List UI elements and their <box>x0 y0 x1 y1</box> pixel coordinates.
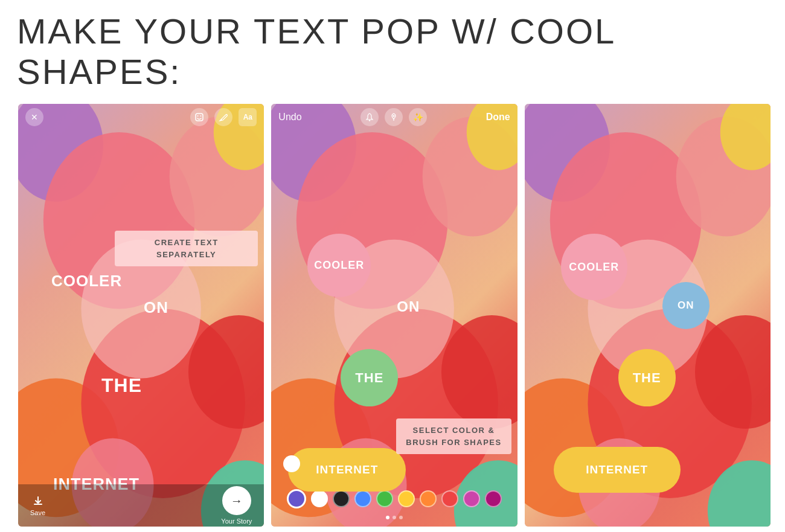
word-on-1: ON <box>144 298 168 317</box>
word-the-1: THE <box>101 374 142 397</box>
bubble-cooler-2: COOLER <box>307 234 371 297</box>
annotation-create-text: CREATE TEXT SEPARATELY <box>115 231 258 266</box>
page-title: MAKE YOUR TEXT POP W/ COOL SHAPES: <box>0 0 785 104</box>
bubble-internet-2: INTERNET <box>288 448 406 492</box>
sparkle-icon[interactable]: ✨ <box>409 108 427 126</box>
story-button[interactable]: → Your Story <box>221 486 252 525</box>
color-black[interactable] <box>333 490 350 507</box>
annotation-select-color: SELECT COLOR &BRUSH FOR SHAPES <box>396 418 511 454</box>
save-label: Save <box>30 509 45 516</box>
close-icon[interactable]: ✕ <box>25 108 43 126</box>
page-indicator <box>271 516 517 519</box>
bubble-on-3: ON <box>662 282 710 329</box>
sticker-icon[interactable] <box>190 108 208 126</box>
color-orange[interactable] <box>420 490 437 507</box>
panel-1: ✕ Aa CREATE TEXT SEPARATELY COOLER ON T <box>18 104 264 527</box>
bubble-the-3: THE <box>618 349 676 406</box>
color-palette <box>271 489 517 508</box>
panel2-top-bar: Undo ✨ Done <box>271 104 517 130</box>
done-button[interactable]: Done <box>486 112 510 123</box>
color-red[interactable] <box>441 490 458 507</box>
top-icons: Aa <box>190 108 257 126</box>
bubble-the-2: THE <box>341 349 398 406</box>
story-label: Your Story <box>221 518 252 525</box>
color-dark-pink[interactable] <box>485 490 502 507</box>
word-on-2: ON <box>397 298 420 315</box>
panel-2: Undo ✨ Done COOLER ON THE I <box>271 104 517 527</box>
draw-icon[interactable] <box>214 108 232 126</box>
bubble-cooler-3: COOLER <box>561 234 627 300</box>
svg-point-11 <box>197 115 199 117</box>
text-icon[interactable]: Aa <box>239 108 257 126</box>
arrow-icon[interactable]: → <box>222 486 251 515</box>
svg-point-25 <box>393 115 395 117</box>
top-icons-2: ✨ <box>360 108 427 126</box>
save-button[interactable]: Save <box>30 495 45 516</box>
page-wrapper: MAKE YOUR TEXT POP W/ COOL SHAPES: <box>0 0 785 532</box>
panel-3: COOLER ON THE INTERNET <box>525 104 771 527</box>
undo-button[interactable]: Undo <box>278 112 301 123</box>
word-cooler-1: COOLER <box>51 272 122 290</box>
color-pink[interactable] <box>463 490 480 507</box>
dot-1 <box>386 516 389 519</box>
color-blue[interactable] <box>354 490 371 507</box>
bubble-internet-3: INTERNET <box>554 447 681 493</box>
dot-3 <box>399 516 403 519</box>
balloon-background-1 <box>18 104 264 527</box>
svg-point-24 <box>369 120 370 121</box>
dot-2 <box>392 516 396 519</box>
color-yellow[interactable] <box>398 490 415 507</box>
svg-point-12 <box>200 115 202 117</box>
color-white[interactable] <box>311 490 328 507</box>
bell-icon[interactable] <box>360 108 379 126</box>
panel1-top-bar: ✕ Aa <box>18 104 264 130</box>
panel1-bottom-bar: Save → Your Story <box>18 484 264 527</box>
color-green[interactable] <box>376 490 393 507</box>
color-blue-purple[interactable] <box>287 489 306 508</box>
panels-container: ✕ Aa CREATE TEXT SEPARATELY COOLER ON T <box>0 104 785 527</box>
pin-icon[interactable] <box>385 108 403 126</box>
svg-rect-13 <box>34 504 42 505</box>
